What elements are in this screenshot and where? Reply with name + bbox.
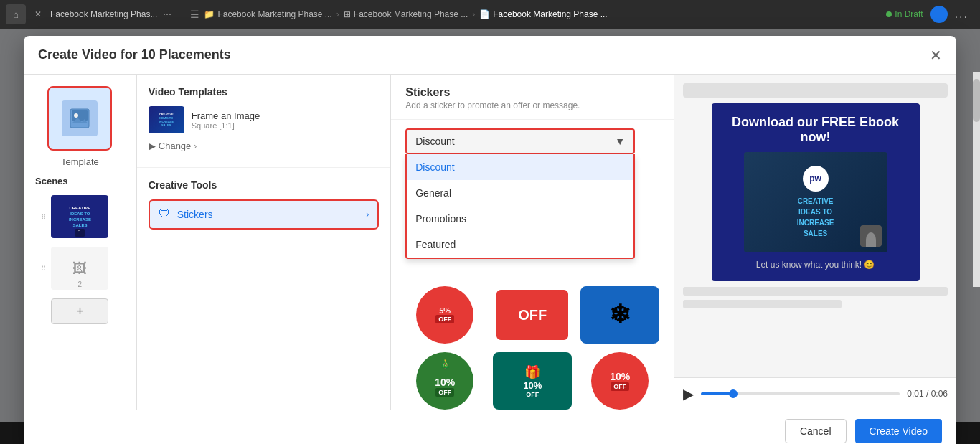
more-options-button[interactable]: ...: [955, 8, 969, 21]
template-icon-inner: [62, 100, 98, 136]
tab-more-button[interactable]: ⋯: [163, 9, 173, 19]
dropdown-chevron-icon: ▼: [615, 136, 625, 147]
status-badge: In Draft: [886, 9, 923, 19]
dropdown-option-featured[interactable]: Featured: [407, 232, 633, 258]
close-tab-button[interactable]: ✕: [32, 8, 44, 21]
change-chevron-icon: ›: [194, 141, 197, 151]
stickers-header: Stickers Add a sticker to promote an off…: [391, 75, 674, 120]
mid-panel: Video Templates CREATIVE IDEAS TO INCREA…: [137, 75, 391, 410]
creative-tools-section: Creative Tools 🛡 Stickers ›: [137, 168, 390, 241]
template-info: Frame an Image Square [1:1]: [192, 110, 379, 130]
portrait-icon: [860, 225, 882, 247]
scene-2-number: 2: [78, 280, 83, 288]
top-bar-left: ⌂ ✕ Facebook Marketing Phas... ⋯: [6, 4, 173, 24]
drag-handle-1: ⠿: [41, 213, 46, 221]
stickers-controls: Discount ▼ Discount General Promotions F…: [391, 120, 674, 163]
preview-scroll-area: Download our FREE Ebook now! pw CREATIVE…: [674, 75, 956, 377]
modal-body: Template Scenes ⠿ CREATIVE IDEAS TO INCR…: [24, 75, 956, 410]
sticker-item-6[interactable]: 10% OFF: [580, 352, 659, 410]
modal-close-button[interactable]: ✕: [930, 48, 942, 62]
dropdown-selected-value: Discount: [415, 136, 454, 147]
template-label: Template: [61, 156, 99, 167]
scene-1-container: ⠿ CREATIVE IDEAS TO INCREASE SALES 1: [51, 195, 108, 238]
modal-overlay: Create Video for 10 Placements ✕: [0, 29, 980, 444]
preview-top-placeholder: [683, 83, 948, 98]
placeholder-row-1: [683, 287, 948, 296]
breadcrumb-item-2[interactable]: ⊞ Facebook Marketing Phase ...: [344, 9, 468, 19]
dropdown-option-general[interactable]: General: [407, 180, 633, 206]
avatar: [930, 6, 948, 23]
top-bar-right: In Draft ...: [886, 6, 974, 23]
cancel-button[interactable]: Cancel: [785, 419, 847, 443]
top-bar: ⌂ ✕ Facebook Marketing Phas... ⋯ ☰ 📁 Fac…: [0, 0, 980, 29]
dropdown-button[interactable]: Discount ▼: [405, 128, 635, 154]
stickers-icon: 🛡: [159, 208, 170, 221]
video-templates-title: Video Templates: [149, 86, 379, 98]
svg-point-2: [74, 113, 78, 118]
video-controls: ▶ 0:01 / 0:06: [674, 377, 956, 410]
dropdown-menu: Discount General Promotions Featured: [405, 154, 635, 259]
content-panel: Stickers Add a sticker to promote an off…: [391, 75, 674, 410]
creative-tools-title: Creative Tools: [149, 179, 379, 191]
sticker-item-4[interactable]: 🎄 10% OFF: [405, 352, 484, 410]
stickers-item[interactable]: 🛡 Stickers ›: [149, 199, 379, 230]
sticker-grid: 5% OFF OFF ❄ 🎄: [391, 278, 674, 418]
stickers-label: Stickers: [177, 209, 359, 220]
scene-1-number: 1: [75, 229, 85, 237]
stickers-panel-title: Stickers: [405, 86, 659, 99]
breadcrumb: ☰ 📁 Facebook Marketing Phase ... › ⊞ Fac…: [176, 9, 883, 20]
sticker-category-dropdown: Discount ▼ Discount General Promotions F…: [405, 128, 635, 154]
sticker-item-5[interactable]: 🎁 10% OFF: [493, 352, 572, 410]
tab-label: Facebook Marketing Phas...: [50, 9, 157, 19]
video-icon: ▶: [149, 141, 156, 151]
scene-2[interactable]: 🖼 2: [51, 247, 108, 290]
image-template-icon: [69, 108, 90, 129]
sticker-item-2[interactable]: OFF: [493, 286, 572, 344]
add-scene-button[interactable]: +: [51, 298, 108, 324]
template-thumbnail: CREATIVE IDEAS TO INCREASE SALES: [149, 106, 184, 133]
time-display: 0:01 / 0:06: [907, 389, 948, 399]
template-size: Square [1:1]: [192, 121, 379, 130]
sticker-item-3[interactable]: ❄: [580, 286, 659, 344]
scene-1[interactable]: CREATIVE IDEAS TO INCREASE SALES 1: [51, 195, 108, 238]
sidebar-toggle-icon[interactable]: ☰: [190, 9, 199, 20]
placeholder-row-2: [683, 300, 842, 308]
dropdown-option-promotions[interactable]: Promotions: [407, 206, 633, 232]
doc-icon: 📄: [479, 9, 490, 19]
breadcrumb-item-1[interactable]: 📁 Facebook Marketing Phase ...: [204, 9, 331, 19]
preview-book-cover: pw CREATIVEIDEAS TOINCREASESALES: [744, 152, 887, 252]
stickers-arrow-icon: ›: [366, 209, 369, 219]
drag-handle-2: ⠿: [41, 265, 46, 273]
template-name: Frame an Image: [192, 110, 379, 121]
home-button[interactable]: ⌂: [6, 4, 26, 24]
status-dot: [886, 11, 892, 17]
stickers-panel-subtitle: Add a sticker to promote an offer or mes…: [405, 100, 659, 110]
preview-placeholders: [683, 287, 948, 308]
breadcrumb-sep-1: ›: [336, 9, 339, 19]
create-video-modal: Create Video for 10 Placements ✕: [24, 36, 956, 444]
play-button[interactable]: ▶: [683, 385, 694, 402]
sticker-item-1[interactable]: 5% OFF: [405, 286, 484, 344]
video-templates-section: Video Templates CREATIVE IDEAS TO INCREA…: [137, 75, 390, 168]
preview-subtext: Let us know what you think! 😊: [756, 260, 875, 270]
folder-icon: 📁: [204, 9, 215, 19]
preview-headline: Download our FREE Ebook now!: [723, 115, 908, 145]
template-button[interactable]: Template: [47, 86, 112, 167]
scene-2-image-icon: 🖼: [72, 260, 87, 277]
book-title: CREATIVEIDEAS TOINCREASESALES: [797, 196, 834, 239]
scenes-label: Scenes: [35, 176, 68, 186]
progress-thumb: [729, 389, 738, 398]
modal-title: Create Video for 10 Placements: [38, 47, 231, 62]
preview-panel: Download our FREE Ebook now! pw CREATIVE…: [674, 75, 956, 410]
template-icon-box: [47, 86, 112, 151]
snowflake-icon: ❄: [609, 300, 631, 330]
gift-icon: 🎁: [524, 364, 540, 380]
change-template-button[interactable]: ▶ Change ›: [149, 136, 379, 156]
create-video-button[interactable]: Create Video: [855, 419, 942, 443]
progress-bar[interactable]: [701, 392, 900, 395]
modal-header: Create Video for 10 Placements ✕: [24, 36, 956, 75]
dropdown-option-discount[interactable]: Discount: [407, 154, 633, 180]
preview-image-card: Download our FREE Ebook now! pw CREATIVE…: [712, 103, 920, 281]
breadcrumb-item-3[interactable]: 📄 Facebook Marketing Phase ...: [479, 9, 607, 19]
breadcrumb-sep-2: ›: [472, 9, 475, 19]
